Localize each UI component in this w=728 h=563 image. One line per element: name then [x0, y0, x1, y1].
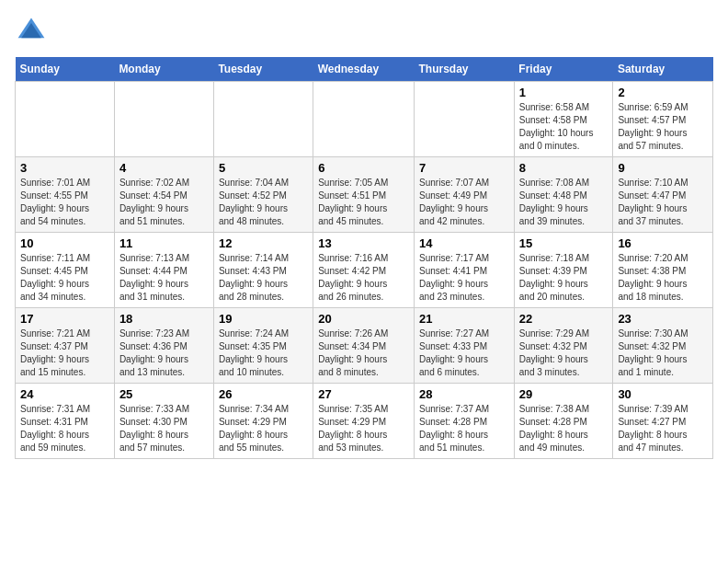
day-cell: 18Sunrise: 7:23 AM Sunset: 4:36 PM Dayli… [114, 308, 213, 384]
day-info: Sunrise: 7:29 AM Sunset: 4:32 PM Dayligh… [519, 327, 609, 379]
weekday-header-thursday: Thursday [415, 57, 515, 82]
day-cell: 14Sunrise: 7:17 AM Sunset: 4:41 PM Dayli… [415, 233, 515, 308]
day-cell: 20Sunrise: 7:26 AM Sunset: 4:34 PM Dayli… [313, 308, 415, 384]
day-cell: 30Sunrise: 7:39 AM Sunset: 4:27 PM Dayli… [613, 384, 713, 459]
day-cell: 21Sunrise: 7:27 AM Sunset: 4:33 PM Dayli… [415, 308, 515, 384]
day-cell: 2Sunrise: 6:59 AM Sunset: 4:57 PM Daylig… [613, 82, 713, 157]
day-number: 28 [419, 387, 509, 401]
day-cell: 5Sunrise: 7:04 AM Sunset: 4:52 PM Daylig… [213, 157, 313, 233]
day-info: Sunrise: 7:24 AM Sunset: 4:35 PM Dayligh… [219, 327, 308, 379]
day-cell: 24Sunrise: 7:31 AM Sunset: 4:31 PM Dayli… [16, 384, 115, 459]
day-number: 23 [618, 312, 708, 326]
day-number: 2 [618, 86, 708, 99]
day-cell: 6Sunrise: 7:05 AM Sunset: 4:51 PM Daylig… [313, 157, 415, 233]
day-cell: 25Sunrise: 7:33 AM Sunset: 4:30 PM Dayli… [114, 384, 213, 459]
day-info: Sunrise: 7:30 AM Sunset: 4:32 PM Dayligh… [618, 327, 708, 379]
day-cell: 3Sunrise: 7:01 AM Sunset: 4:55 PM Daylig… [16, 157, 115, 233]
day-number: 3 [20, 161, 109, 175]
day-info: Sunrise: 7:07 AM Sunset: 4:49 PM Dayligh… [419, 177, 509, 228]
day-info: Sunrise: 7:23 AM Sunset: 4:36 PM Dayligh… [119, 327, 209, 379]
day-number: 12 [219, 236, 308, 250]
calendar-table: SundayMondayTuesdayWednesdayThursdayFrid… [15, 57, 713, 459]
day-cell: 27Sunrise: 7:35 AM Sunset: 4:29 PM Dayli… [313, 384, 415, 459]
day-number: 15 [519, 236, 609, 250]
day-info: Sunrise: 7:18 AM Sunset: 4:39 PM Dayligh… [519, 252, 609, 304]
day-cell: 15Sunrise: 7:18 AM Sunset: 4:39 PM Dayli… [514, 233, 613, 308]
day-number: 30 [618, 387, 708, 401]
day-cell: 9Sunrise: 7:10 AM Sunset: 4:47 PM Daylig… [613, 157, 713, 233]
day-info: Sunrise: 7:31 AM Sunset: 4:31 PM Dayligh… [20, 403, 109, 454]
day-number: 29 [519, 387, 609, 401]
day-info: Sunrise: 7:37 AM Sunset: 4:28 PM Dayligh… [419, 403, 509, 454]
day-number: 9 [618, 161, 708, 175]
logo-icon [15, 15, 48, 48]
day-info: Sunrise: 7:08 AM Sunset: 4:48 PM Dayligh… [519, 177, 609, 228]
day-info: Sunrise: 7:35 AM Sunset: 4:29 PM Dayligh… [318, 403, 409, 454]
day-cell: 7Sunrise: 7:07 AM Sunset: 4:49 PM Daylig… [415, 157, 515, 233]
day-cell: 1Sunrise: 6:58 AM Sunset: 4:58 PM Daylig… [514, 82, 613, 157]
day-cell: 8Sunrise: 7:08 AM Sunset: 4:48 PM Daylig… [514, 157, 613, 233]
day-number: 11 [119, 236, 209, 250]
day-cell: 29Sunrise: 7:38 AM Sunset: 4:28 PM Dayli… [514, 384, 613, 459]
day-cell: 23Sunrise: 7:30 AM Sunset: 4:32 PM Dayli… [613, 308, 713, 384]
day-number: 16 [618, 236, 708, 250]
day-cell [415, 82, 515, 157]
day-cell: 13Sunrise: 7:16 AM Sunset: 4:42 PM Dayli… [313, 233, 415, 308]
day-info: Sunrise: 7:39 AM Sunset: 4:27 PM Dayligh… [618, 403, 708, 454]
header [15, 15, 713, 48]
day-cell: 28Sunrise: 7:37 AM Sunset: 4:28 PM Dayli… [415, 384, 515, 459]
day-info: Sunrise: 7:13 AM Sunset: 4:44 PM Dayligh… [119, 252, 209, 304]
day-info: Sunrise: 7:05 AM Sunset: 4:51 PM Dayligh… [318, 177, 409, 228]
header-row: SundayMondayTuesdayWednesdayThursdayFrid… [16, 57, 713, 82]
day-cell [313, 82, 415, 157]
day-cell: 10Sunrise: 7:11 AM Sunset: 4:45 PM Dayli… [16, 233, 115, 308]
weekday-header-sunday: Sunday [16, 57, 115, 82]
day-number: 8 [519, 161, 609, 175]
day-info: Sunrise: 7:38 AM Sunset: 4:28 PM Dayligh… [519, 403, 609, 454]
day-number: 19 [219, 312, 308, 326]
week-row-4: 17Sunrise: 7:21 AM Sunset: 4:37 PM Dayli… [16, 308, 713, 384]
week-row-3: 10Sunrise: 7:11 AM Sunset: 4:45 PM Dayli… [16, 233, 713, 308]
day-number: 5 [219, 161, 308, 175]
day-info: Sunrise: 7:21 AM Sunset: 4:37 PM Dayligh… [20, 327, 109, 379]
weekday-header-monday: Monday [114, 57, 213, 82]
day-cell [213, 82, 313, 157]
day-cell: 4Sunrise: 7:02 AM Sunset: 4:54 PM Daylig… [114, 157, 213, 233]
day-info: Sunrise: 7:20 AM Sunset: 4:38 PM Dayligh… [618, 252, 708, 304]
week-row-2: 3Sunrise: 7:01 AM Sunset: 4:55 PM Daylig… [16, 157, 713, 233]
day-info: Sunrise: 6:59 AM Sunset: 4:57 PM Dayligh… [618, 101, 708, 153]
day-info: Sunrise: 7:17 AM Sunset: 4:41 PM Dayligh… [419, 252, 509, 304]
day-info: Sunrise: 7:27 AM Sunset: 4:33 PM Dayligh… [419, 327, 509, 379]
day-info: Sunrise: 6:58 AM Sunset: 4:58 PM Dayligh… [519, 101, 609, 153]
day-cell: 12Sunrise: 7:14 AM Sunset: 4:43 PM Dayli… [213, 233, 313, 308]
day-number: 20 [318, 312, 409, 326]
day-cell: 11Sunrise: 7:13 AM Sunset: 4:44 PM Dayli… [114, 233, 213, 308]
day-info: Sunrise: 7:11 AM Sunset: 4:45 PM Dayligh… [20, 252, 109, 304]
weekday-header-friday: Friday [514, 57, 613, 82]
day-cell [114, 82, 213, 157]
day-info: Sunrise: 7:14 AM Sunset: 4:43 PM Dayligh… [219, 252, 308, 304]
day-number: 24 [20, 387, 109, 401]
week-row-1: 1Sunrise: 6:58 AM Sunset: 4:58 PM Daylig… [16, 82, 713, 157]
day-number: 7 [419, 161, 509, 175]
calendar-header: SundayMondayTuesdayWednesdayThursdayFrid… [16, 57, 713, 82]
day-number: 21 [419, 312, 509, 326]
logo [15, 15, 51, 48]
day-number: 6 [318, 161, 409, 175]
day-number: 14 [419, 236, 509, 250]
day-info: Sunrise: 7:02 AM Sunset: 4:54 PM Dayligh… [119, 177, 209, 228]
day-number: 1 [519, 86, 609, 99]
day-number: 17 [20, 312, 109, 326]
day-cell [16, 82, 115, 157]
day-info: Sunrise: 7:10 AM Sunset: 4:47 PM Dayligh… [618, 177, 708, 228]
week-row-5: 24Sunrise: 7:31 AM Sunset: 4:31 PM Dayli… [16, 384, 713, 459]
day-info: Sunrise: 7:33 AM Sunset: 4:30 PM Dayligh… [119, 403, 209, 454]
day-cell: 16Sunrise: 7:20 AM Sunset: 4:38 PM Dayli… [613, 233, 713, 308]
day-number: 26 [219, 387, 308, 401]
weekday-header-saturday: Saturday [613, 57, 713, 82]
day-number: 25 [119, 387, 209, 401]
weekday-header-tuesday: Tuesday [213, 57, 313, 82]
day-cell: 17Sunrise: 7:21 AM Sunset: 4:37 PM Dayli… [16, 308, 115, 384]
day-info: Sunrise: 7:04 AM Sunset: 4:52 PM Dayligh… [219, 177, 308, 228]
day-number: 13 [318, 236, 409, 250]
